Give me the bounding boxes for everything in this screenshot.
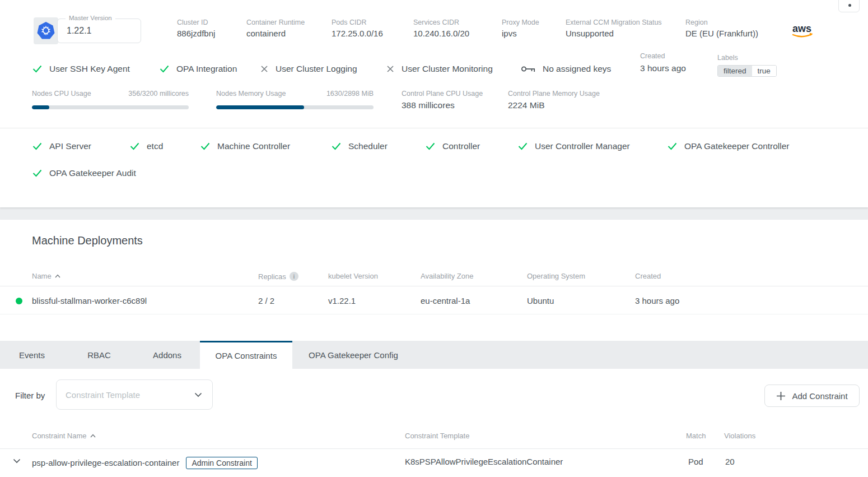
sort-asc-icon: [90, 434, 96, 438]
component-etcd: etcd: [130, 140, 163, 152]
opa-col-name[interactable]: Constraint Name: [32, 432, 96, 440]
opa-col-match: Match: [686, 432, 706, 440]
info-icon[interactable]: i: [290, 272, 298, 281]
region-field: Region DE (EU (Frankfurt)): [685, 17, 708, 27]
check-icon: [426, 142, 435, 150]
labels-field: Labels filtered true: [717, 52, 777, 77]
x-icon: [386, 65, 394, 73]
component-scheduler: Scheduler: [332, 140, 388, 152]
add-constraint-button[interactable]: Add Constraint: [764, 385, 860, 407]
master-version-field: Master Version 1.22.1: [57, 18, 141, 43]
md-col-name[interactable]: Name: [32, 272, 60, 280]
component-controller: Controller: [426, 140, 480, 152]
row-expander-chevron-down-icon[interactable]: [13, 459, 21, 464]
constraint-name-cell: psp-allow-privilege-escalation-container…: [32, 457, 258, 469]
sort-asc-icon: [55, 274, 60, 278]
md-col-created: Created: [635, 272, 661, 280]
md-row-divider: [0, 314, 868, 314]
feature-user-cluster-monitoring: User Cluster Monitoring: [386, 63, 493, 75]
opa-constraints-panel: Filter by Constraint Template Add Constr…: [0, 369, 868, 477]
key-icon: [521, 64, 536, 73]
component-user-controller-manager: User Controller Manager: [518, 140, 630, 152]
control-plane-memory-usage: Control Plane Memory Usage 2224 MiB: [508, 90, 620, 113]
ccm-migration-field: External CCM Migration Status Unsupporte…: [566, 17, 662, 27]
pods-cidr-field: Pods CIDR 172.25.0.0/16: [332, 17, 367, 27]
md-header-divider: [0, 286, 868, 286]
cluster-tabs: Events RBAC Addons OPA Constraints OPA G…: [0, 341, 868, 369]
md-col-replicas: Replicas i: [258, 272, 298, 281]
plus-icon: [776, 391, 786, 401]
check-icon: [130, 142, 139, 150]
check-icon: [160, 65, 169, 73]
check-icon: [200, 142, 210, 150]
component-opa-gatekeeper-audit: OPA Gatekeeper Audit: [32, 167, 136, 179]
svg-text:aws: aws: [792, 23, 811, 34]
tab-rbac[interactable]: RBAC: [64, 341, 134, 369]
nodes-memory-usage-bar: [216, 105, 374, 109]
opa-col-template: Constraint Template: [405, 432, 469, 440]
check-icon: [518, 142, 528, 150]
tab-events[interactable]: Events: [0, 341, 64, 369]
nodes-cpu-usage-value: 356/3200 millicores: [128, 90, 189, 98]
opa-header-divider: [0, 448, 868, 449]
component-machine-controller: Machine Controller: [200, 140, 290, 152]
machine-deployments-card: Machine Deployments Name Replicas i kube…: [0, 220, 868, 341]
constraint-template-select[interactable]: Constraint Template: [56, 379, 213, 410]
feature-user-ssh-key-agent: User SSH Key Agent: [32, 63, 130, 75]
cluster-id-field: Cluster ID 886jzdfbnj: [177, 17, 208, 27]
nodes-cpu-usage: Nodes CPU Usage 356/3200 millicores: [32, 90, 189, 109]
check-icon: [332, 142, 341, 150]
status-healthy-dot: [16, 298, 22, 304]
constraint-violations-cell: 20: [725, 457, 735, 466]
nodes-memory-usage-value: 1630/2898 MiB: [326, 90, 374, 98]
component-opa-gatekeeper-controller: OPA Gatekeeper Controller: [668, 140, 790, 152]
ssh-keys-status: No assigned keys: [521, 63, 611, 75]
check-icon: [32, 169, 42, 177]
label-chip: filtered true: [717, 65, 777, 77]
md-col-os: Operating System: [527, 272, 585, 280]
nodes-cpu-usage-bar: [32, 105, 189, 109]
md-col-kubelet: kubelet Version: [328, 272, 378, 280]
master-version-label: Master Version: [66, 15, 115, 21]
tab-opa-constraints[interactable]: OPA Constraints: [200, 341, 292, 369]
constraint-match-cell: Pod: [688, 457, 703, 466]
services-cidr-field: Services CIDR 10.240.16.0/20: [413, 17, 459, 27]
chevron-down-icon: [194, 392, 202, 397]
feature-opa-integration: OPA Integration: [160, 63, 237, 75]
kubernetes-logo-icon: [34, 17, 58, 44]
machine-deployments-title: Machine Deployments: [32, 234, 143, 247]
component-api-server: API Server: [32, 140, 91, 152]
admin-constraint-badge: Admin Constraint: [186, 457, 257, 469]
vertical-dots-icon: [848, 4, 851, 7]
container-runtime-field: Container Runtime containerd: [246, 17, 305, 27]
proxy-mode-field: Proxy Mode ipvs: [502, 17, 539, 27]
feature-user-cluster-logging: User Cluster Logging: [260, 63, 357, 75]
tab-addons[interactable]: Addons: [134, 341, 200, 369]
cluster-overview-card: Master Version 1.22.1 Cluster ID 886jzdf…: [0, 0, 868, 207]
x-icon: [260, 65, 268, 73]
master-version-value: 1.22.1: [67, 26, 91, 36]
opa-col-violations: Violations: [724, 432, 755, 440]
created-field: Created 3 hours ago: [640, 52, 707, 76]
overview-divider: [0, 128, 868, 128]
check-icon: [32, 65, 42, 73]
tab-opa-gatekeeper-config[interactable]: OPA Gatekeeper Config: [292, 341, 414, 369]
nodes-memory-usage: Nodes Memory Usage 1630/2898 MiB: [216, 90, 374, 109]
check-icon: [668, 142, 677, 150]
cluster-actions-menu-button[interactable]: [838, 0, 860, 12]
md-col-zone: Availability Zone: [421, 272, 473, 280]
check-icon: [32, 142, 42, 150]
aws-logo: aws: [791, 22, 816, 43]
constraint-template-cell: K8sPSPAllowPrivilegeEscalationContainer: [405, 457, 563, 466]
control-plane-cpu-usage: Control Plane CPU Usage 388 millicores: [402, 90, 502, 113]
filter-by-label: Filter by: [15, 391, 45, 400]
